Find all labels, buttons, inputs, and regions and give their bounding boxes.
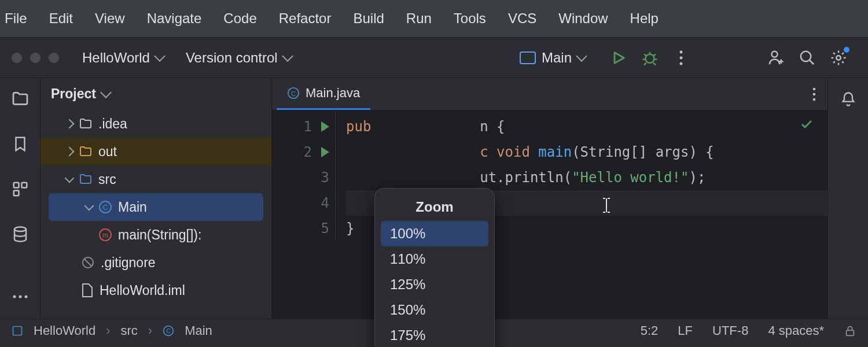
line-number: 2 — [304, 139, 312, 165]
status-caret-position[interactable]: 5:2 — [641, 323, 659, 338]
code-token: pub — [346, 119, 371, 135]
tree-folder-src[interactable]: src — [41, 165, 271, 193]
zoom-option-175[interactable]: 175% — [381, 323, 488, 347]
folder-icon — [11, 90, 30, 108]
class-icon: C — [98, 200, 112, 214]
bookmark-icon — [12, 135, 29, 153]
menu-code[interactable]: Code — [223, 10, 256, 27]
breadcrumb-separator: › — [106, 323, 110, 338]
tab-label: Main.java — [306, 86, 360, 101]
close-window-button[interactable] — [12, 53, 22, 63]
svg-rect-8 — [21, 183, 27, 188]
code-token: "Hello world!" — [572, 169, 689, 186]
menu-build[interactable]: Build — [353, 10, 384, 27]
run-configuration-dropdown[interactable]: Main — [514, 47, 591, 68]
menu-file[interactable]: File — [5, 10, 27, 27]
left-tool-rail — [0, 78, 41, 319]
code-token: main — [538, 144, 572, 160]
zoom-option-125[interactable]: 125% — [381, 272, 488, 297]
bookmarks-tool-button[interactable] — [10, 134, 31, 154]
chevron-right-icon — [65, 147, 75, 157]
editor-inspections-indicator[interactable] — [800, 117, 814, 131]
bug-icon — [641, 49, 659, 67]
editor-code-area[interactable]: 1 2 3 4 5 public class Main { public sta… — [272, 110, 827, 241]
status-indent[interactable]: 4 spaces* — [768, 323, 824, 338]
menu-run[interactable]: Run — [406, 10, 432, 27]
menu-refactor[interactable]: Refactor — [279, 10, 332, 27]
project-panel: Project .idea out src C Main — [41, 78, 272, 319]
toolbar: HelloWorld Version control Main — [0, 38, 868, 78]
text-caret — [602, 197, 611, 213]
right-tool-rail — [827, 78, 868, 319]
breadcrumb-project[interactable]: HelloWorld — [34, 323, 95, 338]
structure-icon — [12, 180, 29, 198]
menu-help[interactable]: Help — [630, 10, 659, 27]
menu-vcs[interactable]: VCS — [508, 10, 536, 27]
code-token: c — [480, 144, 488, 160]
svg-text:C: C — [291, 90, 296, 97]
more-actions-button[interactable] — [671, 48, 691, 68]
editor-tab-more-button[interactable] — [812, 87, 827, 101]
debug-button[interactable] — [640, 48, 660, 68]
menu-navigate[interactable]: Navigate — [147, 10, 202, 27]
code-with-me-button[interactable] — [766, 48, 786, 68]
menu-edit[interactable]: Edit — [49, 10, 73, 27]
tree-class-main[interactable]: C Main — [49, 193, 263, 221]
project-panel-header[interactable]: Project — [41, 78, 271, 110]
svg-point-4 — [772, 51, 778, 57]
menubar: File Edit View Navigate Code Refactor Bu… — [0, 0, 868, 38]
chevron-down-icon — [282, 50, 293, 62]
more-tools-button[interactable] — [10, 286, 31, 307]
tree-folder-out[interactable]: out — [41, 138, 271, 165]
menu-view[interactable]: View — [95, 10, 125, 27]
run-config-icon — [520, 51, 536, 64]
line-number: 1 — [304, 114, 312, 139]
settings-update-indicator — [844, 47, 849, 53]
breadcrumb-src[interactable]: src — [121, 323, 138, 338]
tree-file-iml[interactable]: HelloWorld.iml — [41, 276, 271, 304]
run-gutter-icon[interactable] — [321, 147, 329, 157]
vcs-label: Version control — [186, 50, 278, 66]
search-everywhere-button[interactable] — [797, 48, 817, 68]
status-encoding[interactable]: UTF-8 — [712, 323, 748, 338]
notifications-button[interactable] — [838, 88, 859, 109]
tree-label: HelloWorld.iml — [100, 283, 185, 298]
run-gutter-icon[interactable] — [321, 121, 329, 132]
lock-icon[interactable] — [844, 324, 856, 337]
class-icon: C — [287, 87, 300, 99]
tab-main-java[interactable]: C Main.java — [277, 78, 370, 110]
zoom-window-button[interactable] — [49, 53, 59, 63]
svg-rect-27 — [847, 330, 854, 335]
zoom-option-110[interactable]: 110% — [381, 246, 488, 272]
tree-label: Main — [118, 200, 147, 215]
code-token: n { — [480, 119, 505, 135]
run-button[interactable] — [609, 48, 628, 68]
tree-method-main[interactable]: m main(String[]): — [41, 221, 271, 249]
structure-tool-button[interactable] — [10, 179, 31, 200]
kebab-icon — [812, 87, 816, 101]
chevron-down-icon — [84, 201, 94, 211]
code-token: (String[] args) { — [572, 144, 714, 160]
checkmark-icon — [800, 117, 814, 131]
tree-label: .gitignore — [101, 255, 156, 271]
tree-folder-idea[interactable]: .idea — [41, 110, 271, 138]
zoom-popup: Zoom 100% 110% 125% 150% 175% 200% — [374, 188, 495, 347]
zoom-option-100[interactable]: 100% — [381, 221, 488, 246]
minimize-window-button[interactable] — [30, 53, 41, 63]
svg-point-10 — [14, 227, 26, 232]
menu-tools[interactable]: Tools — [454, 10, 486, 27]
chevron-down-icon — [100, 87, 112, 98]
status-line-separator[interactable]: LF — [678, 323, 693, 338]
breadcrumb-file[interactable]: Main — [185, 323, 212, 338]
code-token: ); — [689, 169, 705, 186]
database-tool-button[interactable] — [10, 224, 31, 245]
settings-button[interactable] — [829, 48, 848, 68]
version-control-dropdown[interactable]: Version control — [180, 47, 297, 68]
project-dropdown[interactable]: HelloWorld — [76, 47, 170, 68]
menu-window[interactable]: Window — [558, 10, 608, 27]
tree-file-gitignore[interactable]: .gitignore — [41, 249, 271, 276]
svg-point-23 — [813, 98, 816, 101]
zoom-option-150[interactable]: 150% — [381, 297, 488, 323]
project-tool-button[interactable] — [10, 88, 31, 109]
svg-text:m: m — [102, 231, 108, 239]
